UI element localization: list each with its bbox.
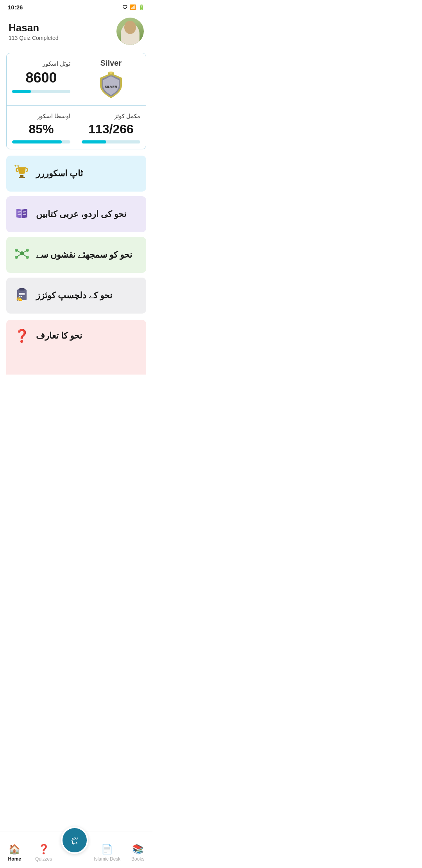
partial-card-text: نحو کا تعارف bbox=[36, 331, 82, 341]
svg-line-10 bbox=[23, 211, 26, 212]
shield-icon: 🛡 bbox=[122, 4, 127, 10]
status-bar: 10:26 🛡 📶 🔋 bbox=[0, 0, 152, 14]
avatar-image bbox=[116, 18, 144, 45]
completed-quizzes-cell: مکمل کوئز 113/266 bbox=[76, 106, 146, 149]
svg-line-7 bbox=[18, 211, 21, 212]
battery-icon: 🔋 bbox=[138, 4, 145, 10]
top-scorers-card[interactable]: ٹاپ اسکوررر ★★ bbox=[6, 156, 146, 192]
avg-score-progress-bg bbox=[12, 140, 70, 143]
svg-rect-3 bbox=[20, 175, 23, 177]
svg-text:✍: ✍ bbox=[16, 295, 23, 302]
books-icon bbox=[14, 205, 30, 224]
svg-text:SILVER: SILVER bbox=[105, 85, 117, 89]
books-text: نحو کی اردو، عربی کتابیں bbox=[36, 209, 126, 219]
status-icons: 🛡 📶 🔋 bbox=[122, 4, 145, 10]
silver-badge-cell: Silver SILVER bbox=[76, 53, 146, 106]
silver-label: Silver bbox=[100, 59, 122, 68]
svg-line-8 bbox=[18, 213, 21, 213]
username: Hasan bbox=[9, 22, 59, 34]
partial-card-icon: ❓ bbox=[14, 328, 30, 343]
total-score-progress-fill bbox=[12, 90, 31, 93]
quiz-count: 113 Quiz Completed bbox=[9, 35, 59, 41]
quizzes-icon: ✍ bbox=[14, 286, 30, 305]
svg-line-20 bbox=[16, 253, 22, 257]
signal-icon: 📶 bbox=[130, 4, 136, 10]
completed-progress-bg bbox=[82, 140, 140, 143]
completed-progress-fill bbox=[82, 140, 106, 143]
diagrams-card[interactable]: نحو کو سمجھئے نقشوں سے bbox=[6, 237, 146, 273]
svg-rect-4 bbox=[19, 177, 25, 178]
total-score-value: 8600 bbox=[12, 70, 70, 86]
total-score-label: ٹوٹل اسکور bbox=[12, 60, 70, 67]
total-score-progress-bg bbox=[12, 90, 70, 93]
svg-text:★★: ★★ bbox=[14, 164, 20, 168]
avatar bbox=[116, 18, 144, 45]
diagrams-text: نحو کو سمجھئے نقشوں سے bbox=[36, 250, 132, 260]
svg-line-21 bbox=[22, 253, 27, 257]
completed-label: مکمل کوئز bbox=[82, 113, 140, 120]
status-time: 10:26 bbox=[8, 4, 23, 11]
total-score-cell: ٹوٹل اسکور 8600 bbox=[7, 53, 76, 106]
avg-score-label: اوسطا اسکور bbox=[12, 113, 70, 120]
svg-rect-23 bbox=[19, 288, 25, 291]
silver-badge-icon: SILVER bbox=[98, 72, 123, 100]
header-text: Hasan 113 Quiz Completed bbox=[9, 22, 59, 41]
svg-line-9 bbox=[18, 214, 21, 215]
stats-grid: ٹوٹل اسکور 8600 Silver SILVER اوسطا اسکو… bbox=[6, 53, 146, 149]
diagrams-icon bbox=[14, 246, 30, 264]
quizzes-text: نحو کے دلچسپ کوئزز bbox=[36, 291, 112, 301]
header: Hasan 113 Quiz Completed bbox=[0, 14, 152, 53]
partial-card[interactable]: نحو کا تعارف ❓ bbox=[6, 320, 146, 375]
completed-value: 113/266 bbox=[82, 122, 140, 136]
menu-cards: ٹاپ اسکوررر ★★ نحو کی اردو، عربی کتابیں bbox=[0, 156, 152, 314]
avg-score-cell: اوسطا اسکور 85% bbox=[7, 106, 76, 149]
books-card[interactable]: نحو کی اردو، عربی کتابیں bbox=[6, 196, 146, 232]
svg-line-11 bbox=[23, 213, 26, 213]
svg-line-12 bbox=[23, 214, 26, 215]
quizzes-card[interactable]: نحو کے دلچسپ کوئزز ✍ bbox=[6, 278, 146, 314]
avg-score-value: 85% bbox=[12, 122, 70, 136]
top-scorers-icon: ★★ bbox=[14, 164, 30, 183]
avg-score-progress-fill bbox=[12, 140, 62, 143]
top-scorers-text: ٹاپ اسکوررر bbox=[36, 169, 83, 179]
